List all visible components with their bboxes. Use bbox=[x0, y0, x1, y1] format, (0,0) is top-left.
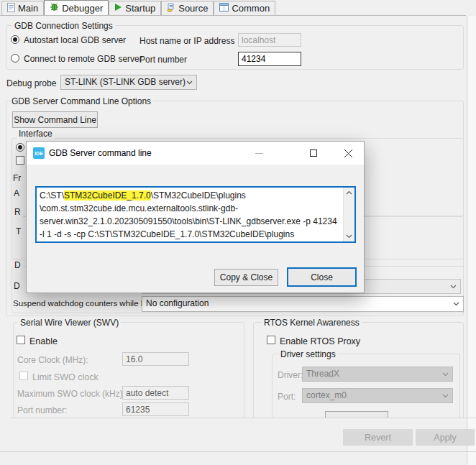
tab-label: Main bbox=[18, 3, 38, 14]
remote-gdb-radio[interactable] bbox=[11, 54, 19, 63]
minimize-icon[interactable] bbox=[250, 142, 268, 165]
device-legend-fragment: D bbox=[12, 260, 23, 270]
tab-source[interactable]: Source bbox=[161, 1, 214, 15]
driver-select[interactable]: ThreadX bbox=[302, 367, 453, 382]
scroll-down-icon[interactable] bbox=[346, 234, 352, 239]
tab-label: Startup bbox=[125, 3, 155, 14]
rtos-enable-label: Enable RTOS Proxy bbox=[280, 336, 360, 346]
host-input[interactable]: localhost bbox=[238, 33, 301, 47]
swv-enable-label: Enable bbox=[29, 336, 58, 346]
tab-debugger[interactable]: Debugger bbox=[44, 0, 109, 15]
command-line-text: C:\ST\STM32CubeIDE_1.7.0\STM32CubeIDE\pl… bbox=[40, 189, 342, 241]
rtos-port-select[interactable]: cortex_m0 bbox=[302, 388, 453, 403]
core-clock-input[interactable]: 16.0 bbox=[122, 352, 189, 366]
swv-enable-checkbox[interactable] bbox=[17, 336, 25, 344]
max-swo-input[interactable]: auto detect bbox=[122, 386, 189, 400]
group-legend: GDB Server Command Line Options bbox=[9, 96, 153, 106]
interface-radio[interactable] bbox=[16, 143, 24, 152]
chevron-down-icon bbox=[450, 285, 457, 289]
frequency-label-fragment: Fr bbox=[13, 173, 21, 183]
tab-label: Source bbox=[178, 3, 208, 14]
driver-settings-group bbox=[272, 354, 460, 418]
tab-common[interactable]: Common bbox=[214, 1, 275, 15]
autostart-gdb-label: Autostart local GDB server bbox=[24, 35, 126, 45]
suspend-watchdog-select[interactable]: No configuration bbox=[142, 296, 464, 312]
clipped-button[interactable] bbox=[325, 411, 388, 418]
textarea-scrollbar[interactable] bbox=[343, 188, 354, 241]
group-legend: GDB Connection Settings bbox=[12, 21, 115, 31]
tab-label: Common bbox=[232, 3, 270, 14]
lower-settings-area: Serial Wire Viewer (SWV) Enable Core Clo… bbox=[0, 316, 476, 418]
limit-swo-checkbox[interactable] bbox=[19, 372, 28, 380]
host-label: Host name or IP address bbox=[139, 36, 235, 46]
debug-configuration-panel: Main Debugger Startup Source Common bbox=[0, 0, 476, 465]
device-row-label-fragment: D bbox=[14, 281, 20, 291]
interface-checkbox[interactable] bbox=[16, 156, 24, 165]
close-icon[interactable] bbox=[339, 142, 357, 165]
apply-button[interactable]: Apply bbox=[416, 429, 475, 446]
play-icon bbox=[114, 3, 122, 14]
config-tab-bar: Main Debugger Startup Source Common bbox=[0, 0, 466, 16]
debug-probe-select[interactable]: ST-LINK (ST-LINK GDB server) bbox=[60, 75, 197, 90]
type-label-fragment: T bbox=[16, 226, 21, 236]
limit-swo-label: Limit SWO clock bbox=[32, 372, 99, 382]
app-icon: IDE bbox=[33, 147, 45, 159]
dialog-title: GDB Server command line bbox=[49, 148, 152, 158]
group-legend: Driver settings bbox=[278, 349, 338, 359]
rtos-port-label: Port: bbox=[278, 392, 296, 402]
command-line-textarea[interactable]: C:\ST\STM32CubeIDE_1.7.0\STM32CubeIDE\pl… bbox=[35, 186, 356, 243]
port-number-label: Port number bbox=[139, 55, 187, 65]
dialog-close-button[interactable]: Close bbox=[287, 267, 357, 287]
highlighted-path-segment: STM32CubeIDE_1.7.0 bbox=[64, 190, 151, 201]
chevron-down-icon bbox=[453, 302, 459, 306]
group-legend: Interface bbox=[17, 129, 55, 139]
tab-main[interactable]: Main bbox=[1, 1, 44, 15]
revert-button[interactable]: Revert bbox=[343, 429, 413, 446]
port-number-input[interactable]: 41234 bbox=[238, 52, 301, 66]
debug-probe-label: Debug probe bbox=[6, 78, 56, 88]
chevron-down-icon bbox=[186, 80, 193, 85]
swv-port-input[interactable]: 61235 bbox=[122, 402, 189, 416]
source-icon bbox=[167, 3, 175, 14]
remote-gdb-label: Connect to remote GDB server bbox=[24, 54, 142, 64]
tab-startup[interactable]: Startup bbox=[109, 1, 161, 15]
gdb-command-line-dialog: IDE GDB Server command line C:\ST\STM32C… bbox=[26, 141, 365, 293]
core-clock-label: Core Clock (MHz): bbox=[17, 355, 88, 365]
bug-icon bbox=[50, 2, 59, 14]
rtos-enable-checkbox[interactable] bbox=[267, 336, 275, 344]
reset-legend-fragment: R bbox=[12, 207, 23, 217]
access-port-label-fragment: A bbox=[14, 188, 19, 198]
max-swo-label: Maximum SWO clock (kHz): bbox=[17, 389, 125, 399]
copy-close-button[interactable]: Copy & Close bbox=[214, 269, 278, 286]
chevron-down-icon bbox=[442, 372, 449, 377]
tab-label: Debugger bbox=[62, 3, 103, 14]
document-icon bbox=[7, 3, 15, 14]
common-icon bbox=[219, 3, 229, 14]
footer-divider bbox=[0, 451, 476, 452]
chevron-down-icon bbox=[442, 394, 449, 398]
group-legend: RTOS Kernel Awareness bbox=[262, 318, 362, 328]
section-divider bbox=[10, 418, 476, 418]
group-legend: Serial Wire Viewer (SWV) bbox=[18, 318, 121, 328]
autostart-gdb-radio[interactable] bbox=[11, 35, 19, 44]
maximize-icon[interactable] bbox=[304, 142, 323, 165]
dialog-title-bar[interactable]: IDE GDB Server command line bbox=[27, 142, 364, 165]
driver-label: Driver: bbox=[278, 370, 303, 380]
show-command-line-button[interactable]: Show Command Line bbox=[12, 111, 98, 128]
scroll-up-icon[interactable] bbox=[346, 190, 352, 195]
swv-port-label: Port number: bbox=[17, 405, 67, 415]
